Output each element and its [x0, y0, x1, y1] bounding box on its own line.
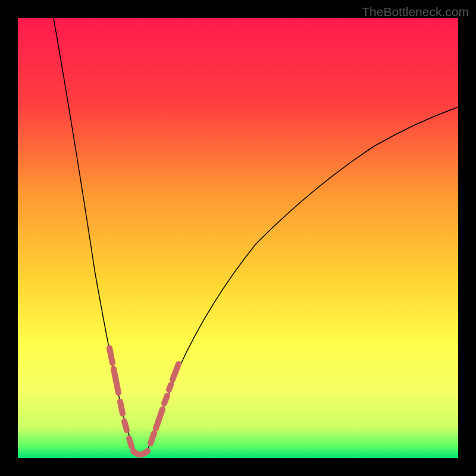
- curve-left-branch: [54, 18, 137, 455]
- data-segment-10: [173, 364, 178, 380]
- data-segment-2: [114, 369, 118, 393]
- data-segment-9: [169, 385, 171, 390]
- data-segment-8: [164, 396, 167, 403]
- data-segment-bottom: [133, 451, 148, 455]
- data-segment-4: [124, 421, 127, 430]
- chart-container: [18, 18, 458, 458]
- data-segment-6: [151, 433, 154, 443]
- curve-right-branch: [146, 107, 458, 455]
- data-segment-3: [120, 402, 123, 414]
- data-segment-7: [156, 409, 162, 428]
- bottleneck-curve: [18, 18, 458, 458]
- data-segment-5: [129, 439, 131, 446]
- watermark-text: TheBottleneck.com: [362, 5, 469, 19]
- data-segment-1: [109, 348, 112, 363]
